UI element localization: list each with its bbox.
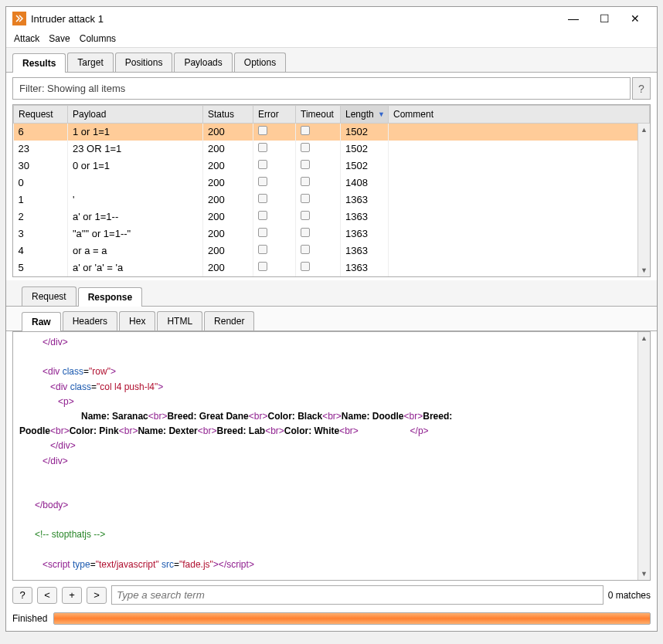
- status-label: Finished: [12, 613, 47, 624]
- scroll-up-icon[interactable]: ▲: [638, 124, 650, 136]
- tab-positions[interactable]: Positions: [115, 53, 173, 72]
- search-matches: 0 matches: [608, 590, 651, 601]
- error-checkbox[interactable]: [258, 245, 267, 254]
- filter-bar: Filter: Showing all items ?: [12, 77, 651, 100]
- table-row[interactable]: 5a' or 'a' = 'a2001363: [14, 259, 650, 276]
- titlebar[interactable]: Intruder attack 1 — ☐ ✕: [6, 7, 657, 30]
- response-body[interactable]: </div> <div class="row"> <div class="col…: [12, 331, 651, 581]
- table-row[interactable]: 2a' or 1=1--2001363: [14, 208, 650, 225]
- timeout-checkbox[interactable]: [301, 245, 310, 254]
- search-next-button[interactable]: >: [87, 587, 107, 604]
- scroll-down-icon[interactable]: ▼: [638, 568, 650, 580]
- col-comment[interactable]: Comment: [389, 106, 650, 124]
- progress-bar: [53, 612, 651, 625]
- timeout-checkbox[interactable]: [301, 211, 310, 220]
- timeout-checkbox[interactable]: [301, 160, 310, 169]
- tab-html[interactable]: HTML: [157, 311, 202, 330]
- intruder-window: Intruder attack 1 — ☐ ✕ Attack Save Colu…: [5, 6, 658, 632]
- scroll-up-icon[interactable]: ▲: [638, 332, 650, 344]
- table-row[interactable]: 1'2001363: [14, 192, 650, 208]
- window-title: Intruder attack 1: [31, 13, 558, 25]
- search-add-button[interactable]: +: [62, 587, 82, 604]
- response-scrollbar[interactable]: ▲ ▼: [638, 332, 650, 580]
- filter-text[interactable]: Filter: Showing all items: [12, 77, 631, 100]
- tab-options[interactable]: Options: [234, 53, 286, 72]
- col-timeout[interactable]: Timeout: [296, 106, 341, 124]
- menubar: Attack Save Columns: [6, 30, 657, 48]
- main-tabs: Results Target Positions Payloads Option…: [6, 48, 657, 73]
- timeout-checkbox[interactable]: [301, 228, 310, 237]
- response-raw[interactable]: </div> <div class="row"> <div class="col…: [13, 332, 650, 580]
- search-help-button[interactable]: ?: [12, 587, 32, 604]
- timeout-checkbox[interactable]: [301, 262, 310, 271]
- tab-results[interactable]: Results: [12, 53, 66, 73]
- col-payload[interactable]: Payload: [68, 106, 203, 124]
- error-checkbox[interactable]: [258, 143, 267, 152]
- col-error[interactable]: Error: [253, 106, 296, 124]
- tab-hex[interactable]: Hex: [119, 311, 155, 330]
- table-row[interactable]: 4 or a = a2001363: [14, 242, 650, 259]
- close-button[interactable]: ✕: [620, 9, 651, 28]
- timeout-checkbox[interactable]: [301, 177, 310, 186]
- table-row[interactable]: 02001408: [14, 175, 650, 192]
- tab-request[interactable]: Request: [22, 286, 76, 306]
- status-bar: Finished: [6, 609, 657, 631]
- scroll-down-icon[interactable]: ▼: [638, 264, 650, 276]
- menu-save[interactable]: Save: [49, 33, 70, 44]
- error-checkbox[interactable]: [258, 262, 267, 271]
- search-input[interactable]: [111, 585, 604, 605]
- tab-payloads[interactable]: Payloads: [174, 53, 232, 72]
- search-bar: ? < + > 0 matches: [6, 581, 657, 609]
- search-prev-button[interactable]: <: [37, 587, 57, 604]
- error-checkbox[interactable]: [258, 211, 267, 220]
- timeout-checkbox[interactable]: [301, 126, 310, 135]
- error-checkbox[interactable]: [258, 126, 267, 135]
- timeout-checkbox[interactable]: [301, 194, 310, 203]
- error-checkbox[interactable]: [258, 228, 267, 237]
- reqres-tabs: Request Response: [6, 280, 657, 307]
- table-row[interactable]: 7a' waitfor delay '0:0:10'--2001363: [14, 276, 650, 278]
- app-icon: [12, 12, 26, 25]
- error-checkbox[interactable]: [258, 194, 267, 203]
- table-row[interactable]: 3"a"" or 1=1--"2001363: [14, 225, 650, 242]
- minimize-button[interactable]: —: [558, 9, 589, 28]
- results-table[interactable]: Request Payload Status Error Timeout Len…: [13, 105, 650, 277]
- timeout-checkbox[interactable]: [301, 143, 310, 152]
- menu-attack[interactable]: Attack: [14, 33, 39, 44]
- tab-response[interactable]: Response: [78, 287, 142, 307]
- col-request[interactable]: Request: [14, 106, 68, 124]
- table-row[interactable]: 300 or 1=12001502: [14, 158, 650, 175]
- table-row[interactable]: 2323 OR 1=12001502: [14, 141, 650, 158]
- tab-headers[interactable]: Headers: [63, 311, 117, 330]
- view-tabs: Raw Headers Hex HTML Render: [6, 307, 657, 331]
- tab-render[interactable]: Render: [204, 311, 254, 330]
- tab-raw[interactable]: Raw: [22, 312, 61, 331]
- menu-columns[interactable]: Columns: [80, 33, 116, 44]
- maximize-button[interactable]: ☐: [589, 9, 620, 28]
- filter-help-button[interactable]: ?: [632, 77, 651, 100]
- results-table-wrap: Request Payload Status Error Timeout Len…: [12, 104, 651, 277]
- table-scrollbar[interactable]: ▲ ▼: [638, 124, 650, 276]
- error-checkbox[interactable]: [258, 160, 267, 169]
- error-checkbox[interactable]: [258, 177, 267, 186]
- sort-desc-icon: ▼: [378, 110, 385, 118]
- col-status[interactable]: Status: [203, 106, 253, 124]
- tab-target[interactable]: Target: [67, 53, 113, 72]
- col-length[interactable]: Length▼: [341, 106, 389, 124]
- table-row[interactable]: 61 or 1=12001502: [14, 124, 650, 141]
